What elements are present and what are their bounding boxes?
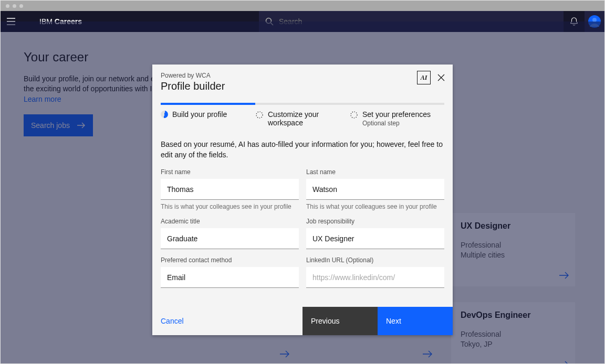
academic-title-label: Academic title bbox=[161, 218, 299, 225]
job-responsibility-field[interactable] bbox=[306, 228, 444, 249]
cancel-button[interactable]: Cancel bbox=[152, 307, 302, 335]
step-pending-icon bbox=[350, 111, 358, 119]
step-sublabel: Optional step bbox=[362, 120, 431, 127]
linkedin-url-field[interactable] bbox=[306, 267, 444, 288]
close-button[interactable] bbox=[435, 71, 447, 84]
first-name-label: First name bbox=[161, 168, 299, 176]
linkedin-url-label: LinkedIn URL (Optional) bbox=[306, 256, 444, 264]
close-icon bbox=[437, 74, 445, 81]
svg-point-5 bbox=[351, 112, 357, 118]
previous-button[interactable]: Previous bbox=[302, 307, 378, 335]
modal-intro: Based on your resumé, AI has auto-filled… bbox=[161, 140, 444, 160]
last-name-field[interactable] bbox=[306, 179, 444, 200]
step-indicator-icon bbox=[160, 110, 169, 119]
step-label: Build your profile bbox=[172, 110, 227, 119]
profile-builder-modal: AI Powered by WCA Profile builder Build … bbox=[152, 65, 453, 335]
traffic-light-icon bbox=[19, 4, 23, 8]
academic-title-field[interactable] bbox=[161, 228, 299, 249]
traffic-light-icon bbox=[13, 4, 16, 8]
ai-badge: AI bbox=[417, 71, 431, 84]
step-label: Set your preferences bbox=[362, 110, 431, 119]
first-name-field[interactable] bbox=[161, 179, 299, 200]
first-name-hint: This is what your colleagues see in your… bbox=[161, 203, 299, 210]
step-set-preferences[interactable]: Set your preferences Optional step bbox=[350, 110, 444, 127]
step-pending-icon bbox=[255, 111, 264, 119]
last-name-label: Last name bbox=[306, 168, 444, 176]
svg-point-4 bbox=[256, 112, 263, 118]
stepper: Build your profile Customize your worksp… bbox=[152, 103, 453, 127]
job-responsibility-label: Job responsibility bbox=[306, 218, 444, 225]
modal-subtitle: Powered by WCA bbox=[161, 72, 444, 79]
window-titlebar bbox=[1, 1, 604, 11]
step-label: Customize your workspace bbox=[268, 110, 319, 127]
last-name-hint: This is what your colleagues see in your… bbox=[306, 203, 444, 210]
traffic-light-icon bbox=[6, 4, 9, 8]
preferred-contact-label: Preferred contact method bbox=[161, 256, 299, 264]
modal-title: Profile builder bbox=[161, 80, 444, 92]
next-button[interactable]: Next bbox=[378, 307, 453, 335]
step-customize-workspace[interactable]: Customize your workspace bbox=[255, 110, 350, 127]
preferred-contact-field[interactable] bbox=[161, 267, 299, 288]
step-build-profile[interactable]: Build your profile bbox=[161, 110, 255, 127]
